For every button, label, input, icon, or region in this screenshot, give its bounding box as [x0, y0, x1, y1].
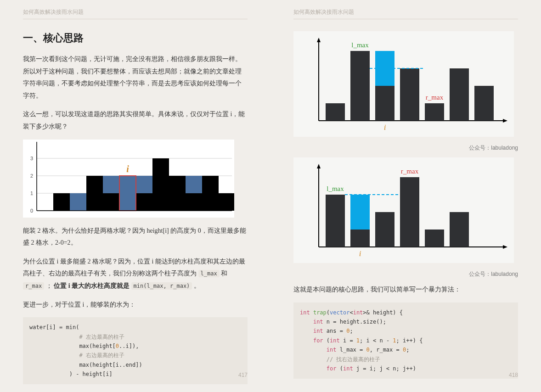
paragraph-1: 我第一次看到这个问题，无计可施，完全没有思路，相信很多朋友跟我一样。所以对于这种… [23, 53, 248, 102]
svg-text:r_max: r_max [426, 94, 444, 101]
credit-2: 公众号：labuladong [293, 270, 518, 278]
svg-rect-20 [202, 176, 219, 211]
svg-text:l_max: l_max [327, 185, 344, 192]
svg-rect-49 [350, 230, 370, 247]
svg-rect-34 [400, 68, 419, 121]
paragraph-6: 这就是本问题的核心思路，我们可以简单写一个暴力算法： [293, 284, 518, 296]
svg-rect-17 [169, 176, 186, 211]
chart-top-right-wrap: l_maxr_maxi [293, 31, 518, 137]
chart-left-wrap: 0123i [23, 140, 248, 218]
p4-b: 和 [221, 270, 227, 277]
svg-text:2: 2 [30, 173, 33, 179]
p4-d: 。 [194, 282, 200, 289]
page-number-left: 417 [238, 372, 248, 378]
right-header: 如何高效解决接雨水问题 [293, 8, 518, 19]
svg-rect-19 [186, 176, 202, 193]
chart-bottom-right: l_maxr_maxi [293, 157, 514, 263]
svg-rect-50 [375, 212, 394, 247]
p4-c: ； [46, 282, 52, 289]
svg-text:i: i [359, 249, 361, 258]
svg-rect-14 [136, 193, 152, 211]
svg-text:3: 3 [30, 156, 33, 161]
svg-rect-54 [350, 195, 370, 230]
svg-text:l_max: l_max [351, 41, 369, 49]
credit-1: 公众号：labuladong [293, 144, 518, 152]
section-h1: 一、核心思路 [23, 31, 248, 45]
svg-rect-51 [400, 177, 419, 247]
chart-top-right: l_maxr_maxi [293, 31, 514, 137]
svg-rect-36 [450, 68, 469, 121]
inline-code-rmax: r_max [23, 282, 44, 290]
svg-rect-53 [450, 212, 469, 247]
page-left: 如何高效解决接雨水问题 一、核心思路 我第一次看到这个问题，无计可施，完全没有思… [0, 0, 270, 392]
svg-rect-13 [119, 176, 136, 211]
svg-rect-35 [425, 103, 444, 121]
svg-rect-32 [350, 51, 370, 121]
svg-rect-8 [53, 193, 70, 211]
left-header: 如何高效解决接雨水问题 [23, 8, 248, 19]
paragraph-3: 能装 2 格水。为什么恰好是两格水呢？因为 height[i] 的高度为 0，而… [23, 225, 248, 249]
svg-text:i: i [384, 123, 386, 132]
svg-rect-31 [326, 103, 345, 121]
page-right: 如何高效解决接雨水问题 l_maxr_maxi 公众号：labuladong l… [270, 0, 541, 392]
svg-rect-15 [136, 176, 152, 193]
svg-text:i: i [126, 164, 129, 174]
paragraph-5: 更进一步，对于位置 i，能够装的水为： [23, 299, 248, 311]
inline-code-min: min(l_max, r_max) [131, 282, 192, 290]
code-block-2: int trap(vector<int>& height) { int n = … [293, 302, 518, 379]
svg-rect-21 [219, 193, 234, 211]
svg-rect-9 [70, 193, 86, 211]
svg-rect-10 [86, 176, 103, 211]
svg-rect-12 [103, 176, 119, 193]
chart-bottom-right-wrap: l_maxr_maxi [293, 157, 518, 263]
svg-rect-52 [425, 230, 444, 247]
paragraph-2: 这么一想，可以发现这道题的思路其实很简单。具体来说，仅仅对于位置 i，能装下多少… [23, 108, 248, 133]
svg-text:r_max: r_max [401, 168, 419, 175]
svg-rect-48 [326, 195, 345, 247]
chart-left: 0123i [23, 140, 234, 218]
svg-rect-11 [103, 193, 119, 211]
svg-rect-33 [375, 86, 394, 121]
svg-rect-18 [186, 193, 202, 211]
code-block-1: water[i] = min( # 左边最高的柱子 max(height[0..… [23, 317, 248, 384]
svg-rect-16 [152, 158, 169, 211]
svg-text:1: 1 [30, 190, 33, 196]
inline-code-lmax: l_max [198, 270, 220, 277]
page-number-right: 418 [509, 372, 518, 378]
paragraph-4: 为什么位置 i 最多能盛 2 格水呢？因为，位置 i 能达到的水柱高度和其左边的… [23, 256, 248, 292]
svg-rect-37 [474, 86, 494, 121]
p4-bold: 位置 i 最大的水柱高度就是 [54, 282, 131, 289]
svg-text:0: 0 [30, 208, 33, 213]
